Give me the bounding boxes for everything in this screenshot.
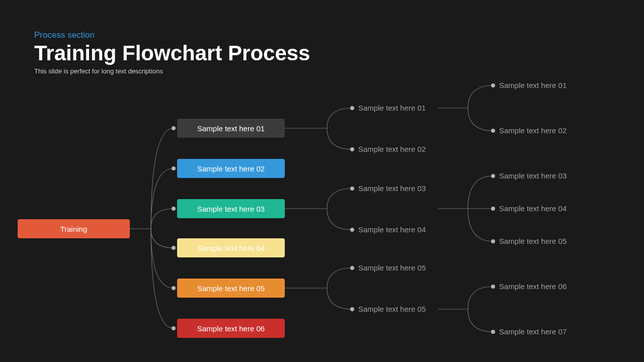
- svg-point-3: [172, 246, 176, 250]
- svg-point-7: [350, 147, 354, 151]
- svg-point-11: [350, 307, 354, 311]
- far-b-item-1: Sample text here 03: [499, 171, 567, 180]
- far-b-item-3: Sample text here 05: [499, 237, 567, 245]
- branch-b-item-1: Sample text here 03: [358, 184, 426, 193]
- svg-point-17: [491, 285, 495, 289]
- far-b-item-2: Sample text here 04: [499, 204, 567, 213]
- svg-point-8: [350, 187, 354, 191]
- svg-point-12: [491, 83, 495, 87]
- svg-point-6: [350, 106, 354, 110]
- flowchart-connectors: [0, 0, 644, 362]
- branch-b-item-2: Sample text here 04: [358, 225, 426, 234]
- level1-node-6: Sample text here 06: [177, 319, 285, 338]
- svg-point-18: [491, 330, 495, 334]
- branch-c-item-1: Sample text here 05: [358, 263, 426, 272]
- level1-node-5: Sample text here 05: [177, 279, 285, 298]
- far-a-item-2: Sample text here 02: [499, 126, 567, 135]
- svg-point-9: [350, 228, 354, 232]
- svg-point-10: [350, 266, 354, 270]
- level1-node-2: Sample text here 02: [177, 159, 285, 178]
- branch-a-item-1: Sample text here 01: [358, 104, 426, 112]
- slide: Process section Training Flowchart Proce…: [0, 0, 644, 362]
- svg-point-5: [172, 326, 176, 330]
- level1-node-1: Sample text here 01: [177, 119, 285, 138]
- svg-point-0: [172, 126, 176, 130]
- far-c-item-2: Sample text here 07: [499, 327, 567, 336]
- root-node-training: Training: [18, 219, 130, 238]
- far-c-item-1: Sample text here 06: [499, 282, 567, 291]
- branch-a-item-2: Sample text here 02: [358, 145, 426, 153]
- svg-point-16: [491, 239, 495, 243]
- svg-point-4: [172, 286, 176, 290]
- svg-point-15: [491, 207, 495, 211]
- far-a-item-1: Sample text here 01: [499, 81, 567, 89]
- svg-point-1: [172, 166, 176, 170]
- level1-node-4: Sample text here 04: [177, 238, 285, 257]
- svg-point-14: [491, 174, 495, 178]
- svg-point-13: [491, 129, 495, 133]
- level1-node-3: Sample text here 03: [177, 199, 285, 218]
- svg-point-2: [172, 207, 176, 211]
- branch-c-item-2: Sample text here 05: [358, 305, 426, 313]
